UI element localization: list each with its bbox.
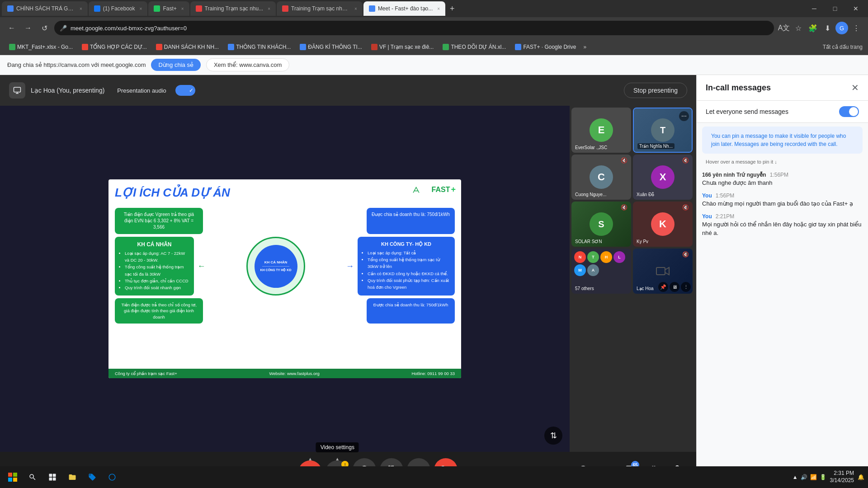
slide-right-col: KH CÔNG TY- HỘ KD Loại sạc áp dụng: Tất … xyxy=(358,237,455,296)
tab-2-close[interactable]: × xyxy=(140,6,142,11)
participant-eversolar[interactable]: E EverSolar .,JSC xyxy=(571,108,631,153)
bookmark-mkt[interactable]: MKT_Fast+.xlsx - Go... xyxy=(5,43,76,51)
presenter-name: Lạc Hoa (You, presenting) xyxy=(31,87,104,94)
tab-6-title: Meet - Fast+ đào tạo... xyxy=(378,5,433,12)
battery-icon[interactable]: 🔋 xyxy=(820,474,826,480)
chevron-up-icon[interactable]: ▲ xyxy=(793,474,798,480)
lachoa-pin-button[interactable]: 📌 xyxy=(658,282,668,292)
tab-6-close[interactable]: × xyxy=(437,6,440,11)
reload-button[interactable]: ↺ xyxy=(38,22,51,34)
taskbar: ▲ 🔊 📶 🔋 2:31 PM 3/14/2025 🔔 xyxy=(0,466,868,488)
taskbar-right: ▲ 🔊 📶 🔋 2:31 PM 3/14/2025 🔔 xyxy=(793,470,864,484)
bookmark-danhsach[interactable]: DANH SÁCH KH NH... xyxy=(152,43,222,51)
tab-6[interactable]: Meet - Fast+ đào tạo... × xyxy=(363,1,445,16)
maximize-button[interactable]: □ xyxy=(825,0,845,17)
participant-cuong[interactable]: C 🔇 Cuong Nguye... xyxy=(571,155,631,200)
wifi-icon[interactable]: 📶 xyxy=(810,474,817,480)
view-sharing-button[interactable]: Xem thể: www.canva.com xyxy=(206,58,289,71)
bookmark-tonghop[interactable]: TỔNG HỢP CÁC DỰ... xyxy=(78,43,151,51)
slide-left-item-1: Loại sạc áp dụng: AC 7 - 22kW và DC 20 -… xyxy=(125,250,189,263)
taskbar-date: 3/14/2025 xyxy=(830,477,854,484)
svg-rect-0 xyxy=(14,87,21,92)
messages-toggle[interactable] xyxy=(839,106,859,117)
bookmark-mkt-label: MKT_Fast+.xlsx - Go... xyxy=(17,44,73,50)
messages-title: In-call messages xyxy=(706,83,771,93)
message-1-sender: 166 yên ninh Trứ nguyễn xyxy=(702,172,766,178)
xuan-name: Xuân Đỗ xyxy=(637,192,654,197)
url-bar[interactable]: 🎤 meet.google.com/xud-bmxc-zvg?authuser=… xyxy=(54,21,774,35)
tranghia-options-button[interactable]: ⋯ xyxy=(679,111,689,121)
slide-box-4: Được chia sẻ doanh thu là: 750đ/1kWh xyxy=(367,298,455,324)
edge-taskbar[interactable] xyxy=(103,468,121,486)
lachoa-more-button[interactable]: ⋮ xyxy=(681,282,691,292)
stop-presenting-button[interactable]: Stop presenting xyxy=(624,83,687,98)
more-bookmarks[interactable]: » xyxy=(583,44,586,50)
slide-box-2: Được chia sẻ doanh thu là: 750đ/1kWh xyxy=(367,208,455,234)
tab-2[interactable]: (1) Facebook × xyxy=(89,1,148,16)
message-2-header: You 1:56PM xyxy=(702,192,863,199)
svg-rect-1 xyxy=(656,267,665,275)
taskbar-clock[interactable]: 2:31 PM 3/14/2025 xyxy=(830,470,854,484)
bookmark-thongtin[interactable]: THÔNG TIN KHÁCH... xyxy=(224,43,294,51)
bookmark-fast-drive[interactable]: FAST+ · Google Drive xyxy=(511,43,580,51)
cuong-avatar: C xyxy=(590,165,613,189)
back-button[interactable]: ← xyxy=(5,22,18,34)
message-2-text: Chào mừng mọi người tham gia buổi đào tạ… xyxy=(702,200,863,208)
taskview-button[interactable] xyxy=(43,468,61,486)
file-explorer-taskbar[interactable] xyxy=(63,468,81,486)
tab-bar: CHÍNH SÁCH TRẢ GÓP (2... × (1) Facebook … xyxy=(0,0,868,17)
more-options-button[interactable]: ⋮ xyxy=(850,22,863,34)
message-1-text: Chưa nghe được âm thanh xyxy=(702,179,863,187)
participant-solar[interactable]: S 🔇 SOLAR SƠN xyxy=(571,202,631,247)
bookmark-vf-label: VF | Trạm sạc xe điê... xyxy=(379,44,434,50)
tab-5-close[interactable]: × xyxy=(354,6,357,11)
bookmark-button[interactable]: ☆ xyxy=(792,22,805,34)
tab-3[interactable]: Fast+ × xyxy=(148,1,189,16)
messages-close-button[interactable]: ✕ xyxy=(851,82,859,93)
participant-lachoa[interactable]: 🔇 Lạc Hoa 📌 🖥 ⋮ xyxy=(633,249,693,294)
bookmark-dangki[interactable]: ĐĂNG KÍ THÔNG TI... xyxy=(296,43,366,51)
pin-hint-text: Hover over a message to pin it ↓ xyxy=(706,159,777,164)
search-taskbar[interactable] xyxy=(24,468,42,486)
tab-4-close[interactable]: × xyxy=(268,6,270,11)
message-1: 166 yên ninh Trứ nguyễn 1:56PM Chưa nghe… xyxy=(702,172,863,187)
participant-others[interactable]: N T H L M A 57 others xyxy=(571,249,631,294)
bookmark-theodo[interactable]: THEO DÕI DỰ ÁN.xl... xyxy=(439,43,509,51)
tab-5[interactable]: Training Trạm sạc nhường... × xyxy=(277,1,363,16)
browser-actions: A文 ☆ 🧩 ⬇ G ⋮ xyxy=(778,22,863,34)
minimize-button[interactable]: ─ xyxy=(804,0,825,17)
all-bookmarks[interactable]: Tất cả dấu trang xyxy=(823,44,863,50)
participant-xuan[interactable]: X 🔇 Xuân Đỗ xyxy=(633,155,693,200)
lachoa-screen-button[interactable]: 🖥 xyxy=(670,282,679,292)
tab-3-close[interactable]: × xyxy=(181,6,184,11)
xuan-avatar: X xyxy=(651,165,675,189)
start-button[interactable] xyxy=(4,468,22,486)
eversolar-avatar: E xyxy=(590,118,613,142)
notification-icon[interactable]: 🔔 xyxy=(858,474,864,480)
new-tab-button[interactable]: + xyxy=(446,4,458,14)
tab-1-close[interactable]: × xyxy=(80,6,82,11)
tab-3-title: Fast+ xyxy=(163,5,176,12)
store-taskbar[interactable] xyxy=(83,468,101,486)
forward-button[interactable]: → xyxy=(22,22,34,34)
svg-rect-6 xyxy=(49,474,52,477)
swap-video-button[interactable]: ⇅ xyxy=(544,427,562,445)
participant-ky[interactable]: K 🔇 Ky Pv xyxy=(633,202,693,247)
messages-header: In-call messages ✕ xyxy=(697,75,868,101)
footer-hotline: Hotline: 0911 99 00 33 xyxy=(411,371,455,376)
audio-toggle[interactable] xyxy=(175,85,195,96)
stop-sharing-button[interactable]: Dừng chia sẻ xyxy=(151,59,200,71)
download-button[interactable]: ⬇ xyxy=(821,22,834,34)
inner-circle: KH CÁ NHÂN KH CÔNG TY HỘ KD xyxy=(255,245,297,288)
bookmark-vf[interactable]: VF | Trạm sạc xe điê... xyxy=(368,43,437,51)
profile-button[interactable]: G xyxy=(835,22,848,34)
participant-tranghia[interactable]: T Trần Nghĩa Nh... ⋯ xyxy=(633,108,693,153)
browser-ext-button[interactable]: 🧩 xyxy=(807,22,819,34)
translate-button[interactable]: A文 xyxy=(778,22,790,34)
speaker-icon[interactable]: 🔊 xyxy=(801,474,807,480)
mic-icon: 🎤 xyxy=(60,25,67,32)
tab-1[interactable]: CHÍNH SÁCH TRẢ GÓP (2... × xyxy=(2,1,88,16)
close-window-button[interactable]: ✕ xyxy=(845,0,866,17)
tab-4[interactable]: Training Trạm sạc nhu... × xyxy=(190,1,276,16)
messages-setting: Let everyone send messages xyxy=(697,101,868,123)
